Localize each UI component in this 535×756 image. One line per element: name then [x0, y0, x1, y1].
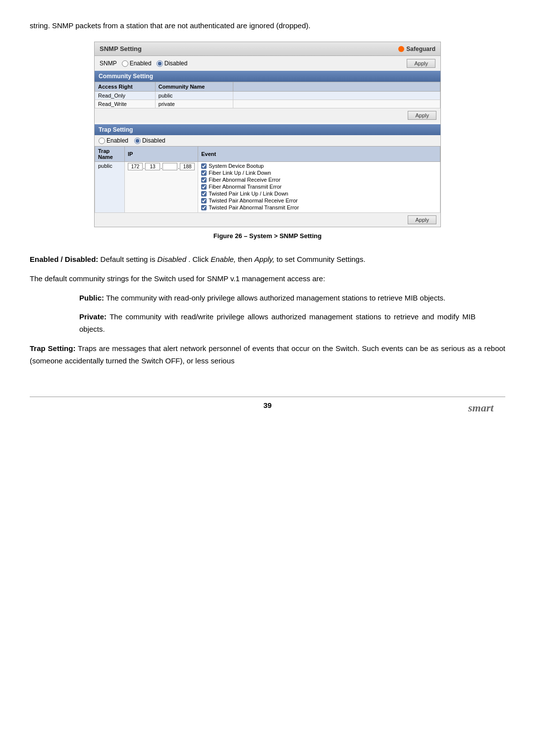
disabled-italic: Disabled [158, 255, 186, 263]
event-item: Fiber Abnormal Transmit Error [201, 184, 437, 190]
smart-logo-svg: smart [466, 400, 505, 414]
event-checkbox-3[interactable] [201, 177, 207, 183]
ip-octet-3[interactable] [162, 163, 177, 170]
event-label-4: Fiber Abnormal Transmit Error [209, 184, 281, 190]
community-table: Access Right Community Name Read_Only pu… [95, 82, 440, 108]
ip-octet-2[interactable] [145, 163, 160, 170]
public-block: Public: The community with read-only pri… [79, 292, 476, 304]
community-extra-2 [233, 100, 440, 108]
event-label-6: Twisted Pair Abnormal Receive Error [209, 198, 298, 203]
enabled-disabled-section: Enabled / Disabled: Default setting is D… [30, 253, 505, 266]
logo-text: smart [466, 404, 505, 417]
public-title: Public: [79, 294, 104, 302]
enable-italic: Enable, [211, 255, 236, 263]
panel-title: SNMP Setting [100, 45, 142, 52]
event-item: Fiber Abnormal Receive Error [201, 177, 437, 183]
intro-text: string. SNMP packets from a station that… [30, 20, 505, 32]
event-label-1: System Device Bootup [209, 163, 264, 169]
snmp-toggle-row: SNMP Enabled Disabled Apply [95, 56, 440, 71]
snmp-text-label: SNMP [100, 60, 117, 67]
snmp-panel: SNMP Setting Safeguard SNMP Enabled Disa… [94, 42, 441, 227]
event-checkbox-6[interactable] [201, 198, 207, 203]
community-header-access: Access Right [95, 82, 156, 92]
trap-disabled-radio[interactable] [134, 138, 141, 144]
trap-events-cell: System Device Bootup Fiber Link Up / Lin… [198, 162, 440, 213]
event-item: Twisted Pair Abnormal Receive Error [201, 198, 437, 203]
ip-octet-4[interactable] [180, 163, 195, 170]
event-checkbox-1[interactable] [201, 163, 207, 169]
ip-boxes: . . . [128, 163, 195, 170]
access-right-2: Read_Write [95, 100, 156, 108]
trap-apply-row: Apply [95, 213, 440, 227]
safeguard-dot [398, 46, 404, 52]
section1-text2: . Click [188, 255, 211, 263]
community-header-empty [233, 82, 440, 92]
enabled-radio-label[interactable]: Enabled [122, 60, 152, 67]
trap-table: Trap Name IP Event public . . [95, 146, 440, 213]
safeguard-label: Safeguard [406, 46, 435, 52]
trap-body-text: Traps are messages that alert network pe… [30, 344, 505, 365]
disabled-radio[interactable] [157, 60, 163, 67]
table-row: Read_Write private [95, 100, 440, 108]
enabled-disabled-title: Enabled / Disabled: [30, 255, 98, 263]
community-apply-row: Apply [95, 108, 440, 122]
private-text: The community with read/write privilege … [79, 312, 476, 333]
community-section-header: Community Setting [95, 71, 440, 82]
section1-text3: then [238, 255, 254, 263]
community-name-1: public [155, 92, 233, 100]
event-checkbox-2[interactable] [201, 170, 207, 176]
event-label-3: Fiber Abnormal Receive Error [209, 177, 280, 183]
trap-enabled-label[interactable]: Enabled [99, 137, 128, 144]
trap-apply-button[interactable]: Apply [408, 215, 436, 224]
trap-disabled-label[interactable]: Disabled [134, 137, 165, 144]
disabled-label: Disabled [164, 60, 188, 67]
trap-header-ip: IP [125, 147, 198, 162]
event-label-7: Twisted Pair Abnormal Transmit Error [209, 204, 299, 210]
table-row: public . . . [95, 162, 440, 213]
event-label-5: Twisted Pair Link Up / Link Down [209, 191, 288, 197]
event-item: Twisted Pair Abnormal Transmit Error [201, 204, 437, 210]
enabled-label: Enabled [130, 60, 152, 67]
community-name-2: private [155, 100, 233, 108]
trap-bold-title: Trap Setting: [30, 344, 75, 353]
disabled-radio-label[interactable]: Disabled [157, 60, 188, 67]
event-checkbox-5[interactable] [201, 191, 207, 197]
apply-italic: Apply, [255, 255, 275, 263]
trap-ip-cell: . . . [125, 162, 198, 213]
section1-text4: to set Community Settings. [276, 255, 365, 263]
safeguard-badge: Safeguard [398, 46, 435, 52]
enabled-radio[interactable] [122, 60, 128, 67]
section1-text1: Default setting is [101, 255, 158, 263]
event-item: System Device Bootup [201, 163, 437, 169]
trap-name-cell: public [95, 162, 125, 213]
table-row: Read_Only public [95, 92, 440, 100]
private-paragraph: Private: The community with read/write p… [79, 311, 476, 336]
community-extra-1 [233, 92, 440, 100]
section2-text: The default community strings for the Sw… [30, 273, 505, 285]
public-paragraph: Public: The community with read-only pri… [79, 292, 476, 304]
private-block: Private: The community with read/write p… [79, 311, 476, 336]
trap-section-text: Trap Setting: Traps are messages that al… [30, 343, 505, 367]
trap-section-header: Trap Setting [95, 124, 440, 135]
access-right-1: Read_Only [95, 92, 156, 100]
private-title: Private: [79, 312, 107, 321]
event-label-2: Fiber Link Up / Link Down [209, 170, 271, 176]
trap-header-name: Trap Name [95, 147, 125, 162]
trap-enabled-radio[interactable] [99, 138, 105, 144]
snmp-apply-button[interactable]: Apply [407, 59, 435, 68]
ip-octet-1[interactable] [128, 163, 143, 170]
panel-header: SNMP Setting Safeguard [95, 42, 440, 56]
community-header-name: Community Name [155, 82, 233, 92]
trap-header-event: Event [198, 147, 440, 162]
trap-toggle-row: Enabled Disabled [95, 135, 440, 146]
event-checkbox-4[interactable] [201, 184, 207, 190]
trap-setting-section: Trap Setting Enabled Disabled Trap Name … [95, 124, 440, 227]
event-checkbox-7[interactable] [201, 205, 207, 210]
community-apply-button[interactable]: Apply [408, 111, 436, 120]
figure-caption: Figure 26 – System > SNMP Setting [30, 232, 505, 240]
public-text: The community with read-only privilege a… [106, 294, 445, 302]
svg-text:smart: smart [468, 402, 494, 414]
event-item: Fiber Link Up / Link Down [201, 170, 437, 176]
snmp-radios: SNMP Enabled Disabled [100, 60, 187, 67]
event-item: Twisted Pair Link Up / Link Down [201, 191, 437, 197]
